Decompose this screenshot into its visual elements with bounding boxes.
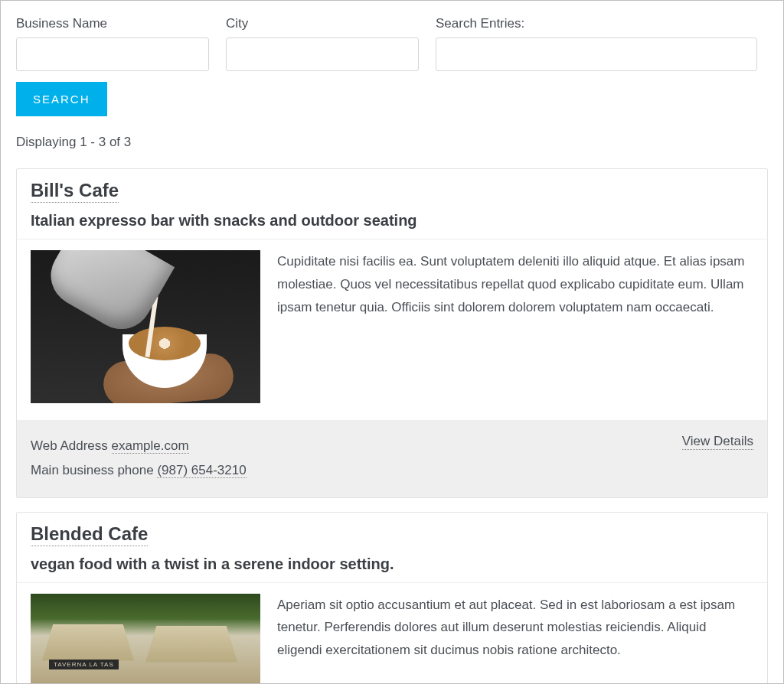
search-row: Business Name City Search Entries: xyxy=(16,16,768,71)
results-status: Displaying 1 - 3 of 3 xyxy=(16,135,768,150)
input-business-name[interactable] xyxy=(16,37,209,71)
search-button[interactable]: SEARCH xyxy=(16,82,107,116)
label-city: City xyxy=(226,16,419,31)
listing-subtitle: vegan food with a twist in a serene indo… xyxy=(31,555,753,573)
card-header: Bill's Cafe Italian expresso bar with sn… xyxy=(17,169,767,239)
input-search-entries[interactable] xyxy=(436,37,757,71)
listing-description: Cupiditate nisi facilis ea. Sunt volupta… xyxy=(277,250,753,403)
field-city: City xyxy=(226,16,419,71)
street-image-placeholder: TAVERNA LA TAS xyxy=(31,594,260,684)
field-search-entries: Search Entries: xyxy=(436,16,757,71)
listing-card: Bill's Cafe Italian expresso bar with sn… xyxy=(16,168,768,498)
coffee-image-placeholder xyxy=(31,250,260,403)
listing-image xyxy=(31,250,260,403)
input-city[interactable] xyxy=(226,37,419,71)
view-details-link[interactable]: View Details xyxy=(682,434,753,450)
card-header: Blended Cafe vegan food with a twist in … xyxy=(17,513,767,583)
card-footer: Web Address example.com Main business ph… xyxy=(17,420,767,497)
card-body: Cupiditate nisi facilis ea. Sunt volupta… xyxy=(17,239,767,420)
label-search-entries: Search Entries: xyxy=(436,16,757,31)
footer-contact: Web Address example.com Main business ph… xyxy=(31,434,247,484)
listing-image: TAVERNA LA TAS xyxy=(31,594,260,684)
listing-card: Blended Cafe vegan food with a twist in … xyxy=(16,512,768,684)
web-address-link[interactable]: example.com xyxy=(112,438,189,454)
listing-title-link[interactable]: Blended Cafe xyxy=(31,523,148,546)
image-sign-text: TAVERNA LA TAS xyxy=(49,660,119,669)
listing-title-link[interactable]: Bill's Cafe xyxy=(31,180,119,203)
listing-description: Aperiam sit optio accusantium et aut pla… xyxy=(277,594,753,684)
card-body: TAVERNA LA TAS Aperiam sit optio accusan… xyxy=(17,583,767,684)
phone-link[interactable]: (987) 654-3210 xyxy=(157,463,246,478)
listing-subtitle: Italian expresso bar with snacks and out… xyxy=(31,212,753,230)
directory-frame: Business Name City Search Entries: SEARC… xyxy=(0,0,784,684)
label-business-name: Business Name xyxy=(16,16,209,31)
field-business-name: Business Name xyxy=(16,16,209,71)
web-address-label: Web Address xyxy=(31,438,112,453)
phone-label: Main business phone xyxy=(31,463,157,477)
